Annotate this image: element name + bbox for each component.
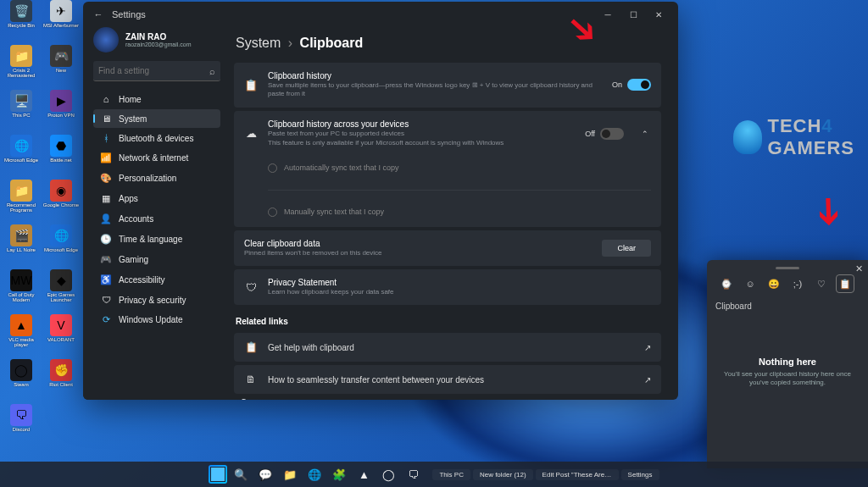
sidebar-item-privacy-security[interactable]: 🛡Privacy & security: [93, 291, 220, 309]
nav-icon: ⟳: [100, 314, 112, 325]
desktop-icon[interactable]: ✈MSI Afterburner: [42, 0, 81, 44]
app-icon: 📁: [10, 45, 32, 67]
sidebar-item-home[interactable]: ⌂Home: [93, 90, 220, 108]
sync-opt-manual[interactable]: Manually sync text that I copy: [244, 202, 651, 222]
desktop-icon[interactable]: 📁Crisis 2 Remastered: [2, 45, 41, 89]
desktop-icon[interactable]: 🗑️Recycle Bin: [2, 0, 41, 44]
collapse-icon[interactable]: ⌃: [639, 130, 651, 138]
app-icon: ◉: [50, 180, 72, 202]
sidebar-item-apps[interactable]: ▦Apps: [93, 189, 220, 208]
desktop-icon[interactable]: ▲VLC media player: [2, 314, 41, 358]
app-icon: ▲: [10, 314, 32, 336]
clipboard-icon: 📋: [244, 79, 258, 91]
taskbar-icon[interactable]: 🔍: [230, 463, 252, 485]
app-icon: 📁: [10, 180, 32, 202]
nav-icon: 📶: [100, 152, 112, 163]
clipboard-tab[interactable]: ☺: [741, 274, 760, 293]
sidebar-item-network-internet[interactable]: 📶Network & internet: [93, 148, 220, 168]
footer-icon: ❔: [237, 399, 249, 400]
desktop-icon[interactable]: ▶Proton VPN: [42, 90, 81, 134]
privacy-card[interactable]: 🛡 Privacy Statement Learn how clipboard …: [234, 269, 661, 305]
taskbar-icon[interactable]: 💬: [254, 463, 276, 485]
sidebar-item-personalization[interactable]: 🎨Personalization: [93, 169, 220, 188]
search-box[interactable]: ⌕: [93, 61, 220, 81]
taskbar-icon[interactable]: 🗨: [402, 463, 424, 485]
desktop-icon[interactable]: 🎬Lay LL Noire: [2, 224, 41, 268]
taskbar-window[interactable]: Settings: [621, 469, 659, 480]
nav-icon: ⌂: [100, 94, 112, 104]
breadcrumb-current: Clipboard: [300, 36, 364, 50]
maximize-button[interactable]: ☐: [620, 3, 646, 26]
desktop-icon[interactable]: ✊Riot Client: [42, 359, 81, 403]
icon-label: Lay LL Noire: [7, 247, 36, 252]
breadcrumb-parent[interactable]: System: [236, 36, 281, 50]
app-icon: V: [50, 314, 72, 336]
footer-link[interactable]: ❔Get help: [237, 399, 661, 400]
desktop-icon[interactable]: 🎮New: [42, 45, 81, 89]
desktop-icon[interactable]: VVALORANT: [42, 314, 81, 358]
desktop-icon[interactable]: ◯Steam: [2, 359, 41, 403]
search-input[interactable]: [98, 66, 209, 75]
sidebar-item-bluetooth-devices[interactable]: ᚼBluetooth & devices: [93, 129, 220, 147]
sidebar-item-accounts[interactable]: 👤Accounts: [93, 209, 220, 229]
related-link[interactable]: 🗎How to seamlessly transfer content betw…: [234, 365, 661, 394]
taskbar-window[interactable]: New folder (12): [473, 469, 533, 480]
watermark: TECH4 GAMERS: [733, 115, 854, 159]
minimize-button[interactable]: ─: [595, 3, 620, 26]
desktop-icon[interactable]: ◉Google Chrome: [42, 180, 81, 224]
desktop-icon[interactable]: 🗨Discord: [2, 404, 41, 448]
privacy-sub: Learn how clipboard keeps your data safe: [268, 288, 651, 296]
sync-sub1: Paste text from your PC to supported dev…: [268, 130, 575, 138]
related-link[interactable]: 📋Get help with clipboard↗: [234, 333, 661, 362]
clipboard-tab[interactable]: ⌚: [717, 274, 736, 293]
taskbar-icon[interactable]: [209, 465, 227, 484]
link-label: How to seamlessly transfer content betwe…: [268, 375, 634, 385]
clipboard-tab[interactable]: 📋: [836, 274, 854, 293]
taskbar-icon[interactable]: 🧩: [328, 463, 350, 485]
app-icon: ▶: [50, 90, 72, 112]
desktop-icons: 🗑️Recycle Bin✈MSI Afterburner📁Crisis 2 R…: [2, 0, 81, 448]
desktop-icon[interactable]: ◆Epic Games Launcher: [42, 269, 81, 313]
icon-label: Google Chrome: [43, 202, 79, 208]
icon-label: Steam: [14, 382, 28, 387]
icon-label: Call of Duty Modern: [2, 292, 41, 302]
desktop-icon[interactable]: ⬣Battle.net: [42, 135, 81, 179]
sidebar: ZAIN RAO raozain2003@gmail.com ⌕ ⌂Home🖥S…: [83, 27, 227, 400]
desktop-icon[interactable]: 🌐Microsoft Edge: [2, 135, 41, 179]
sidebar-item-gaming[interactable]: 🎮Gaming: [93, 250, 220, 269]
icon-label: Microsoft Edge: [4, 158, 38, 163]
popup-handle[interactable]: [776, 267, 799, 269]
nav-label: Personalization: [119, 174, 176, 183]
clipboard-tab[interactable]: 😀: [765, 274, 783, 293]
taskbar-icon[interactable]: ◯: [377, 463, 399, 485]
history-title: Clipboard history: [268, 71, 602, 80]
clear-button[interactable]: Clear: [602, 240, 651, 257]
icon-label: VALORANT: [47, 337, 75, 342]
sidebar-item-system[interactable]: 🖥System: [93, 109, 220, 128]
sidebar-item-windows-update[interactable]: ⟳Windows Update: [93, 310, 220, 329]
taskbar-icon[interactable]: ▲: [353, 463, 375, 485]
taskbar-icon[interactable]: 🌐: [303, 463, 326, 485]
clipboard-tab[interactable]: ;-): [788, 274, 807, 293]
sidebar-item-time-language[interactable]: 🕒Time & language: [93, 230, 220, 249]
close-button[interactable]: ✕: [646, 3, 671, 26]
sync-opt-auto[interactable]: Automatically sync text that I copy: [244, 158, 651, 178]
sync-state: Off: [585, 130, 595, 138]
link-label: Get help with clipboard: [268, 343, 634, 352]
desktop-icon[interactable]: [42, 404, 81, 448]
back-button[interactable]: ←: [90, 9, 107, 19]
desktop-icon[interactable]: 🌐Microsoft Edge: [42, 224, 81, 268]
profile[interactable]: ZAIN RAO raozain2003@gmail.com: [93, 27, 220, 53]
taskbar-window[interactable]: Edit Post "These Are My: [536, 469, 619, 480]
sidebar-item-accessibility[interactable]: ♿Accessibility: [93, 270, 220, 290]
clipboard-tab[interactable]: ♡: [812, 274, 831, 293]
popup-close-button[interactable]: ✕: [855, 263, 863, 274]
desktop-icon[interactable]: MWCall of Duty Modern: [2, 269, 41, 313]
sync-toggle[interactable]: [600, 128, 624, 140]
icon-label: Riot Client: [49, 382, 73, 387]
desktop-icon[interactable]: 📁Recommend Programs: [2, 180, 41, 224]
taskbar-window[interactable]: This PC: [432, 469, 470, 480]
desktop-icon[interactable]: 🖥️This PC: [2, 90, 41, 134]
history-toggle[interactable]: [627, 79, 651, 91]
taskbar-icon[interactable]: 📁: [279, 463, 301, 485]
